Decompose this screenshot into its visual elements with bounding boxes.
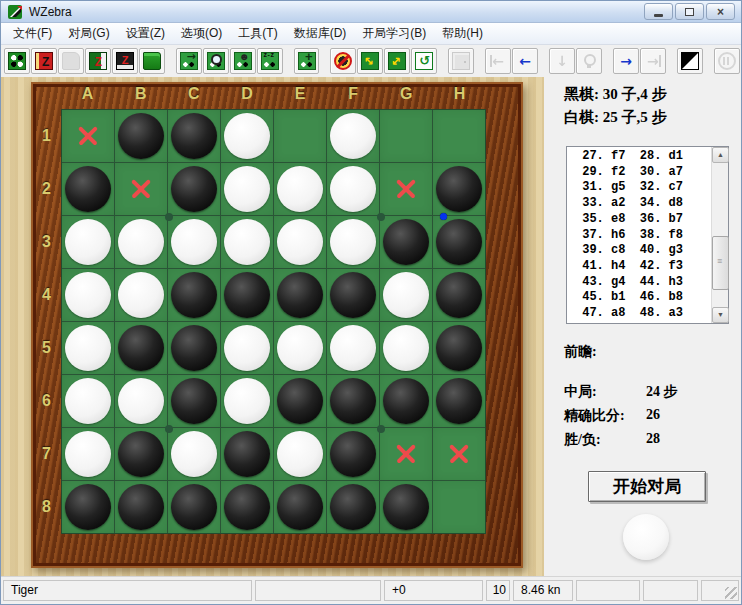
scroll-down-button[interactable]: ▼ [712,307,729,323]
cell-c7[interactable] [168,428,220,480]
cell-g6[interactable] [380,375,432,427]
new-game-button[interactable] [4,48,30,74]
cell-d7[interactable] [221,428,273,480]
close-button[interactable]: × [706,3,735,20]
practice-button[interactable] [230,48,256,74]
cell-e4[interactable] [274,269,326,321]
cell-h3[interactable] [433,216,485,268]
save-book-button[interactable] [112,48,138,74]
cell-g8[interactable] [380,481,432,533]
rotate-board-button[interactable] [411,48,437,74]
cell-c6[interactable] [168,375,220,427]
menu-item-3[interactable]: 设置(Z) [118,22,173,45]
cell-f6[interactable] [327,375,379,427]
cell-d8[interactable] [221,481,273,533]
cell-a8[interactable] [62,481,114,533]
cell-c1[interactable] [168,110,220,162]
open-book-button[interactable] [31,48,57,74]
cell-h1[interactable] [433,110,485,162]
cell-f8[interactable] [327,481,379,533]
restore-button[interactable] [675,3,704,20]
cell-a6[interactable] [62,375,114,427]
cell-g5[interactable] [380,322,432,374]
cell-e2[interactable] [274,163,326,215]
cell-b5[interactable] [115,322,167,374]
cell-d1[interactable] [221,110,273,162]
cell-e6[interactable] [274,375,326,427]
cell-f3[interactable] [327,216,379,268]
cell-g7[interactable] [380,428,432,480]
cell-c5[interactable] [168,322,220,374]
cell-c3[interactable] [168,216,220,268]
resize-board-button[interactable] [384,48,410,74]
stop-eval-button[interactable] [330,48,356,74]
menu-item-7[interactable]: 开局学习(B) [354,22,434,45]
cell-f2[interactable] [327,163,379,215]
scrollbar-thumb[interactable] [712,236,729,289]
edit-book-button[interactable] [85,48,111,74]
cell-g2[interactable] [380,163,432,215]
title-bar[interactable]: WZebra × [1,1,741,23]
cell-b4[interactable] [115,269,167,321]
cell-e8[interactable] [274,481,326,533]
menu-item-2[interactable]: 对局(G) [60,22,117,45]
cell-g3[interactable] [380,216,432,268]
cell-g4[interactable] [380,269,432,321]
cell-h6[interactable] [433,375,485,427]
next-move-button[interactable]: → [613,48,639,74]
menu-item-1[interactable]: 文件(F) [5,22,60,45]
cell-e1[interactable] [274,110,326,162]
cell-b6[interactable] [115,375,167,427]
cell-a7[interactable] [62,428,114,480]
scrollbar-track[interactable] [712,163,729,307]
cell-a2[interactable] [62,163,114,215]
cell-h8[interactable] [433,481,485,533]
cell-e5[interactable] [274,322,326,374]
cell-e7[interactable] [274,428,326,480]
cell-f1[interactable] [327,110,379,162]
add-position-button[interactable] [294,48,320,74]
cell-b7[interactable] [115,428,167,480]
cell-h4[interactable] [433,269,485,321]
resize-grip[interactable] [725,587,737,599]
cell-c8[interactable] [168,481,220,533]
cell-d6[interactable] [221,375,273,427]
cell-f4[interactable] [327,269,379,321]
cell-f7[interactable] [327,428,379,480]
scroll-up-button[interactable]: ▲ [712,147,729,163]
cell-a4[interactable] [62,269,114,321]
cell-d4[interactable] [221,269,273,321]
move-list[interactable]: 27. f7 28. d1 29. f2 30. a7 31. g5 32. c… [566,146,729,324]
swap-disks-button[interactable] [357,48,383,74]
cell-d2[interactable] [221,163,273,215]
menu-item-6[interactable]: 数据库(D) [286,22,355,45]
cell-d5[interactable] [221,322,273,374]
cell-f5[interactable] [327,322,379,374]
cell-a1[interactable] [62,110,114,162]
cell-b1[interactable] [115,110,167,162]
cell-e3[interactable] [274,216,326,268]
cell-b3[interactable] [115,216,167,268]
cell-g1[interactable] [380,110,432,162]
play-move-button[interactable] [176,48,202,74]
menu-item-5[interactable]: 工具(T) [230,22,285,45]
cell-h5[interactable] [433,322,485,374]
start-game-button[interactable]: 开始对局 [588,471,706,502]
cell-b8[interactable] [115,481,167,533]
minimize-button[interactable] [644,3,673,20]
menu-item-4[interactable]: 选项(O) [173,22,230,45]
analyze-board-button[interactable] [203,48,229,74]
cell-b2[interactable] [115,163,167,215]
cell-a5[interactable] [62,322,114,374]
cell-c4[interactable] [168,269,220,321]
zebra-play-button[interactable] [257,48,283,74]
cell-h2[interactable] [433,163,485,215]
cell-h7[interactable] [433,428,485,480]
open-folder-button[interactable] [139,48,165,74]
invert-colors-button[interactable] [677,48,703,74]
cell-a3[interactable] [62,216,114,268]
cell-d3[interactable] [221,216,273,268]
menu-item-8[interactable]: 帮助(H) [434,22,491,45]
cell-c2[interactable] [168,163,220,215]
prev-move-button[interactable]: ← [512,48,538,74]
